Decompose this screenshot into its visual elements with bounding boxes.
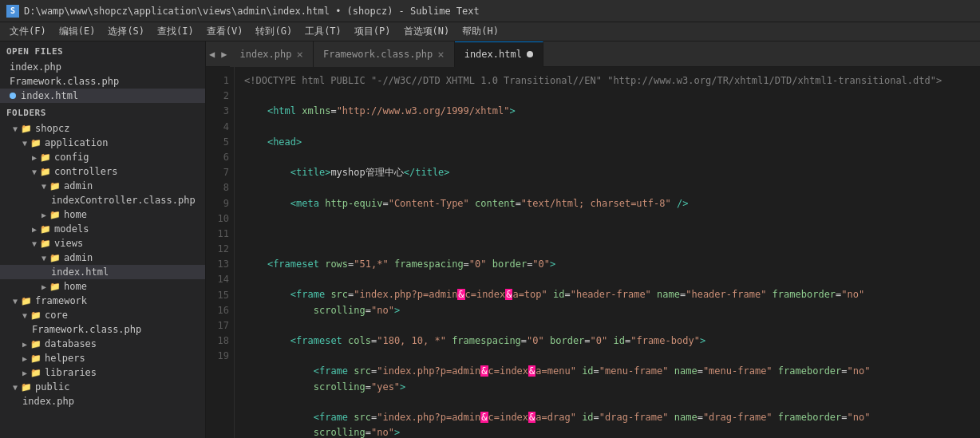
tree-index-html[interactable]: index.html <box>0 265 205 279</box>
tree-controllers[interactable]: ▼ 📁 controllers <box>0 164 205 179</box>
arrow-icon: ▶ <box>22 340 27 349</box>
folder-icon: 📁 <box>40 239 51 249</box>
menu-view[interactable]: 查看(V) <box>200 23 250 40</box>
menu-tools[interactable]: 工具(T) <box>298 23 348 40</box>
arrow-icon: ▼ <box>13 383 18 392</box>
arrow-icon: ▼ <box>22 311 27 320</box>
tree-config[interactable]: ▶ 📁 config <box>0 150 205 164</box>
menu-select[interactable]: 选择(S) <box>101 23 151 40</box>
open-files-header: OPEN FILES <box>0 41 205 60</box>
editor-area: ◀ ▶ index.php × Framework.class.php × in… <box>206 41 980 438</box>
app-icon: S <box>6 5 19 18</box>
folder-icon: 📁 <box>40 224 51 235</box>
folder-icon: 📁 <box>49 253 61 263</box>
tab-close-icon[interactable]: × <box>437 49 444 60</box>
tab-close-icon[interactable]: × <box>297 49 303 60</box>
menu-edit[interactable]: 编辑(E) <box>53 23 102 40</box>
arrow-icon: ▼ <box>32 168 37 176</box>
folders-header: FOLDERS <box>0 103 205 121</box>
sidebar-file-framework-class[interactable]: Framework.class.php <box>0 74 205 89</box>
arrow-icon: ▶ <box>32 153 37 162</box>
menu-bar: 文件(F) 编辑(E) 选择(S) 查找(I) 查看(V) 转到(G) 工具(T… <box>0 22 980 41</box>
tree-home-views[interactable]: ▶ 📁 home <box>0 279 205 294</box>
arrow-icon: ▼ <box>41 254 46 262</box>
menu-project[interactable]: 项目(P) <box>348 23 397 40</box>
arrow-icon: ▶ <box>32 225 37 234</box>
arrow-icon: ▶ <box>22 369 27 377</box>
tree-models[interactable]: ▶ 📁 models <box>0 222 205 236</box>
code-content[interactable]: <!DOCTYPE html PUBLIC "-//W3C//DTD XHTML… <box>235 67 980 438</box>
active-dot <box>10 93 16 99</box>
sidebar-file-index-html-open[interactable]: index.html <box>0 89 205 103</box>
arrow-icon: ▼ <box>32 239 37 248</box>
folder-icon: 📁 <box>21 296 32 306</box>
menu-find[interactable]: 查找(I) <box>151 23 200 40</box>
folder-icon: 📁 <box>30 353 41 364</box>
arrow-icon: ▼ <box>41 182 46 191</box>
arrow-icon: ▶ <box>22 354 27 363</box>
folder-icon: 📁 <box>30 310 41 321</box>
tree-databases[interactable]: ▶ 📁 databases <box>0 337 205 351</box>
tab-framework-class[interactable]: Framework.class.php × <box>314 41 455 67</box>
folder-icon: 📁 <box>40 152 51 163</box>
sidebar-file-index-php[interactable]: index.php <box>0 60 205 74</box>
folder-icon: 📁 <box>49 282 61 292</box>
tab-scroll-right[interactable]: ▶ <box>218 49 230 60</box>
line-numbers: 1 2 3 4 5 6 7 8 9 10 11 12 13 14 15 16 1… <box>206 67 235 438</box>
tree-shopcz[interactable]: ▼ 📁 shopcz <box>0 121 205 136</box>
tab-label: index.html <box>464 49 522 60</box>
tab-index-html[interactable]: index.html <box>455 41 543 67</box>
folder-icon: 📁 <box>49 181 61 191</box>
menu-file[interactable]: 文件(F) <box>3 23 53 40</box>
folder-icon: 📁 <box>49 210 61 220</box>
tree-framework[interactable]: ▼ 📁 framework <box>0 294 205 308</box>
tree-admin-controllers[interactable]: ▼ 📁 admin <box>0 179 205 193</box>
tree-application[interactable]: ▼ 📁 application <box>0 136 205 150</box>
tree-helpers[interactable]: ▶ 📁 helpers <box>0 351 205 365</box>
code-editor[interactable]: 1 2 3 4 5 6 7 8 9 10 11 12 13 14 15 16 1… <box>206 67 980 438</box>
arrow-icon: ▶ <box>41 211 46 219</box>
sidebar: OPEN FILES index.php Framework.class.php… <box>0 41 206 438</box>
tab-modified-dot <box>527 51 533 57</box>
tab-scroll-left[interactable]: ◀ <box>206 49 218 60</box>
tab-bar: ◀ ▶ index.php × Framework.class.php × in… <box>206 41 980 67</box>
tree-core[interactable]: ▼ 📁 core <box>0 308 205 322</box>
arrow-icon: ▼ <box>13 124 18 133</box>
menu-preferences[interactable]: 首选项(N) <box>397 23 456 40</box>
tree-framework-class[interactable]: Framework.class.php <box>0 322 205 337</box>
folder-icon: 📁 <box>30 368 41 378</box>
tree-home-ctrl[interactable]: ▶ 📁 home <box>0 207 205 222</box>
main-layout: OPEN FILES index.php Framework.class.php… <box>0 41 980 438</box>
tree-public[interactable]: ▼ 📁 public <box>0 380 205 394</box>
arrow-icon: ▼ <box>22 139 27 148</box>
tab-index-php[interactable]: index.php × <box>230 41 313 67</box>
tree-indexcontroller[interactable]: indexController.class.php <box>0 193 205 207</box>
window-title: D:\wamp\www\shopcz\application\views\adm… <box>24 6 480 17</box>
folder-icon: 📁 <box>30 138 41 148</box>
folder-icon: 📁 <box>21 124 32 134</box>
arrow-icon: ▼ <box>13 297 18 306</box>
tree-libraries[interactable]: ▶ 📁 libraries <box>0 365 205 380</box>
tab-label: index.php <box>239 49 291 60</box>
menu-help[interactable]: 帮助(H) <box>456 23 505 40</box>
tree-public-index[interactable]: index.php <box>0 394 205 408</box>
tree-admin-views[interactable]: ▼ 📁 admin <box>0 251 205 265</box>
tree-views[interactable]: ▼ 📁 views <box>0 236 205 251</box>
arrow-icon: ▶ <box>41 282 46 291</box>
folder-icon: 📁 <box>40 167 51 177</box>
folder-icon: 📁 <box>30 339 41 349</box>
menu-goto[interactable]: 转到(G) <box>249 23 298 40</box>
folder-icon: 📁 <box>21 382 32 393</box>
title-bar: S D:\wamp\www\shopcz\application\views\a… <box>0 0 980 22</box>
tab-label: Framework.class.php <box>323 49 433 60</box>
